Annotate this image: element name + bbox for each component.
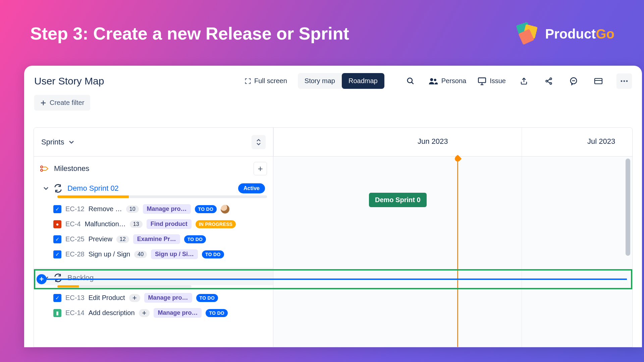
more-icon bbox=[621, 80, 628, 82]
svg-point-0 bbox=[407, 78, 412, 82]
svg-point-6 bbox=[550, 82, 551, 84]
board-header: Sprints Jun 2023 Jul 2023 bbox=[34, 128, 632, 157]
issue-title: Add description bbox=[89, 309, 135, 317]
status-badge: TO DO bbox=[195, 205, 217, 213]
brand-mark bbox=[514, 23, 540, 44]
epic-link[interactable]: Examine Pr… bbox=[133, 234, 180, 244]
sprint-name: Demo Sprint 02 bbox=[67, 184, 119, 193]
create-sprint-insert-row[interactable]: + bbox=[34, 269, 632, 289]
issue-key: EC-25 bbox=[65, 235, 85, 243]
create-filter-label: Create filter bbox=[50, 99, 84, 107]
page-title: User Story Map bbox=[34, 75, 104, 87]
timeline-body[interactable]: Demo Sprint 0 bbox=[273, 157, 632, 347]
tab-story-map[interactable]: Story map bbox=[298, 73, 342, 89]
issue-title: Preview bbox=[89, 235, 112, 243]
issue-key: EC-14 bbox=[65, 309, 85, 317]
group-by-dropdown[interactable]: Sprints bbox=[41, 138, 64, 146]
issue-key: EC-12 bbox=[65, 205, 85, 213]
epic-link[interactable]: Manage pro… bbox=[154, 308, 202, 318]
users-icon bbox=[429, 77, 438, 85]
insert-line bbox=[41, 279, 627, 280]
milestones-icon bbox=[40, 165, 49, 172]
sprint-header[interactable]: Demo Sprint 02 Active bbox=[34, 181, 273, 195]
story-icon: ▮ bbox=[53, 309, 61, 317]
issue-row[interactable]: ▮ EC-14 Add description + Manage pro… TO… bbox=[34, 305, 273, 320]
add-count-button[interactable]: + bbox=[139, 309, 150, 317]
issue-button[interactable]: Issue bbox=[478, 77, 506, 85]
fullscreen-label: Full screen bbox=[254, 77, 287, 85]
slide-title: Step 3: Create a new Release or Sprint bbox=[30, 23, 349, 44]
issue-key: EC-28 bbox=[65, 250, 85, 258]
svg-point-2 bbox=[434, 79, 436, 81]
persona-label: Persona bbox=[441, 77, 467, 85]
issue-row[interactable]: ✓ EC-13 Edit Product + Manage pro… TO DO bbox=[34, 290, 273, 305]
milestones-row: Milestones + bbox=[34, 157, 273, 181]
sprint-icon bbox=[53, 184, 63, 193]
svg-point-13 bbox=[41, 169, 43, 171]
sprint-progress bbox=[57, 195, 267, 198]
epic-link[interactable]: Manage pro… bbox=[143, 204, 191, 214]
task-icon: ✓ bbox=[53, 250, 61, 258]
issue-row[interactable]: ✓ EC-12 Remove … 10 Manage pro… TO DO bbox=[34, 201, 273, 217]
task-icon: ✓ bbox=[53, 294, 61, 302]
status-badge: TO DO bbox=[196, 294, 218, 302]
issue-count: 40 bbox=[134, 251, 147, 258]
view-tabs: Story map Roadmap bbox=[298, 73, 384, 89]
fullscreen-button[interactable]: Full screen bbox=[239, 74, 292, 88]
brand-logo-area: ProductGo bbox=[514, 23, 614, 44]
epic-link[interactable]: Manage pro… bbox=[144, 293, 192, 303]
layout-button[interactable] bbox=[592, 74, 605, 88]
issue-row[interactable]: ✓ EC-25 Preview 12 Examine Pr… TO DO bbox=[34, 232, 273, 247]
issue-count: 12 bbox=[116, 236, 129, 243]
month-jul: Jul 2023 bbox=[587, 137, 615, 146]
issue-key: EC-4 bbox=[65, 220, 81, 228]
chevron-down-icon bbox=[69, 140, 74, 144]
chevrons-icon bbox=[256, 139, 261, 145]
tab-roadmap[interactable]: Roadmap bbox=[342, 73, 384, 89]
chevron-down-icon bbox=[43, 186, 49, 190]
issue-count: 10 bbox=[126, 205, 139, 213]
plus-circle-icon[interactable]: + bbox=[37, 274, 47, 284]
brand-name: ProductGo bbox=[545, 26, 614, 42]
svg-point-4 bbox=[546, 80, 547, 82]
search-button[interactable] bbox=[404, 74, 417, 88]
issue-key: EC-13 bbox=[65, 294, 85, 302]
sprint-active-badge: Active bbox=[238, 183, 265, 193]
persona-button[interactable]: Persona bbox=[429, 77, 467, 85]
more-button[interactable] bbox=[616, 73, 632, 89]
issue-row[interactable]: ✓ EC-28 Sign up / Sign 40 Sign up / Si… … bbox=[34, 247, 273, 262]
add-count-button[interactable]: + bbox=[129, 294, 140, 302]
svg-rect-8 bbox=[595, 78, 602, 84]
filter-bar: Create filter bbox=[24, 93, 642, 118]
timeline-header: Jun 2023 Jul 2023 bbox=[273, 128, 632, 156]
share-icon bbox=[545, 77, 553, 85]
collapse-all-button[interactable] bbox=[252, 135, 266, 149]
issue-title: Remove … bbox=[89, 205, 122, 213]
status-badge: TO DO bbox=[202, 250, 224, 258]
issue-title: Malfunction… bbox=[85, 220, 126, 228]
create-filter-button[interactable]: Create filter bbox=[34, 95, 90, 111]
left-panel: Milestones + Demo Sprint 02 Active ✓ EC-… bbox=[34, 157, 273, 347]
svg-point-9 bbox=[621, 80, 623, 82]
bug-icon: ● bbox=[53, 220, 61, 228]
timeline-sprint-bar[interactable]: Demo Sprint 0 bbox=[369, 193, 427, 207]
roadmap-board: Sprints Jun 2023 Jul 2023 Milestones + bbox=[34, 127, 633, 347]
epic-link[interactable]: Sign up / Si… bbox=[151, 249, 198, 259]
export-button[interactable] bbox=[517, 74, 531, 88]
comment-button[interactable] bbox=[567, 74, 580, 88]
board-body: Milestones + Demo Sprint 02 Active ✓ EC-… bbox=[34, 157, 632, 347]
svg-point-11 bbox=[626, 80, 628, 82]
svg-point-10 bbox=[624, 80, 625, 82]
svg-point-5 bbox=[550, 78, 551, 79]
issue-row[interactable]: ● EC-4 Malfunction… 13 Find product IN P… bbox=[34, 217, 273, 232]
scrollbar-thumb[interactable] bbox=[626, 159, 630, 256]
svg-point-12 bbox=[41, 166, 43, 168]
epic-link[interactable]: Find product bbox=[147, 219, 192, 229]
issue-title: Sign up / Sign bbox=[89, 250, 130, 258]
assignee-avatar[interactable] bbox=[221, 205, 229, 214]
svg-point-1 bbox=[430, 78, 433, 81]
share-button[interactable] bbox=[542, 74, 555, 88]
task-icon: ✓ bbox=[53, 205, 61, 213]
add-milestone-button[interactable]: + bbox=[254, 162, 267, 175]
plus-icon bbox=[40, 100, 46, 106]
